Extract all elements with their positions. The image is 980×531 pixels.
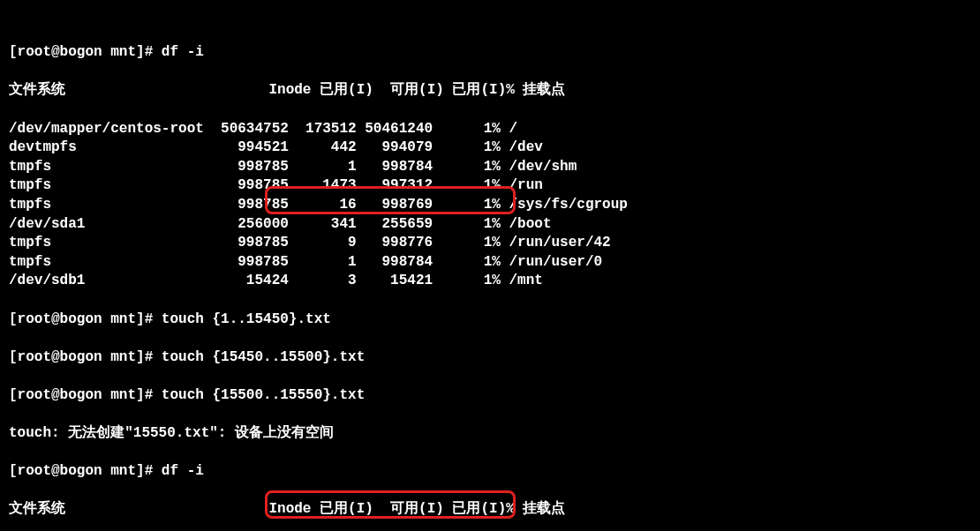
- prompt-line[interactable]: [root@bogon mnt]# touch {1..15450}.txt: [9, 310, 971, 330]
- prompt: [root@bogon mnt]#: [9, 349, 162, 365]
- command-text: touch {15500..15550}.txt: [162, 387, 365, 403]
- prompt-line[interactable]: [root@bogon mnt]# touch {15500..15550}.t…: [9, 386, 971, 406]
- prompt-line[interactable]: [root@bogon mnt]# touch {15450..15500}.t…: [9, 348, 971, 368]
- command-text: touch {15450..15500}.txt: [162, 349, 365, 365]
- error-message: touch: 无法创建"15550.txt": 设备上没有空间: [9, 424, 971, 444]
- df-row: tmpfs 998785 1 998784 1% /run/user/0: [9, 253, 971, 273]
- terminal-output: [root@bogon mnt]# df -i 文件系统 Inode 已用(I)…: [0, 0, 980, 531]
- prompt-line[interactable]: [root@bogon mnt]# df -i: [9, 462, 971, 482]
- df-row: devtmpfs 994521 442 994079 1% /dev: [9, 138, 971, 158]
- df-row: /dev/sdb1 15424 3 15421 1% /mnt: [9, 272, 971, 291]
- df-row: tmpfs 998785 16 998769 1% /sys/fs/cgroup: [9, 196, 971, 215]
- prompt-line[interactable]: [root@bogon mnt]# df -i: [9, 43, 971, 63]
- df-row: tmpfs 998785 1473 997312 1% /run: [9, 176, 971, 196]
- df-header-row: 文件系统 Inode 已用(I) 可用(I) 已用(I)% 挂载点: [9, 500, 971, 520]
- df-header-row: 文件系统 Inode 已用(I) 可用(I) 已用(I)% 挂载点: [9, 81, 971, 101]
- command-text: touch {1..15450}.txt: [162, 311, 331, 327]
- command-text: df -i: [162, 44, 204, 60]
- df-row: /dev/sda1 256000 341 255659 1% /boot: [9, 215, 971, 235]
- df-row: /dev/mapper/centos-root 50634752 173512 …: [9, 120, 971, 139]
- prompt: [root@bogon mnt]#: [9, 44, 162, 60]
- command-text: df -i: [162, 463, 204, 479]
- prompt: [root@bogon mnt]#: [9, 387, 162, 403]
- df-row: tmpfs 998785 9 998776 1% /run/user/42: [9, 234, 971, 253]
- df-row: tmpfs 998785 1 998784 1% /dev/shm: [9, 158, 971, 177]
- prompt: [root@bogon mnt]#: [9, 463, 162, 479]
- prompt: [root@bogon mnt]#: [9, 311, 162, 327]
